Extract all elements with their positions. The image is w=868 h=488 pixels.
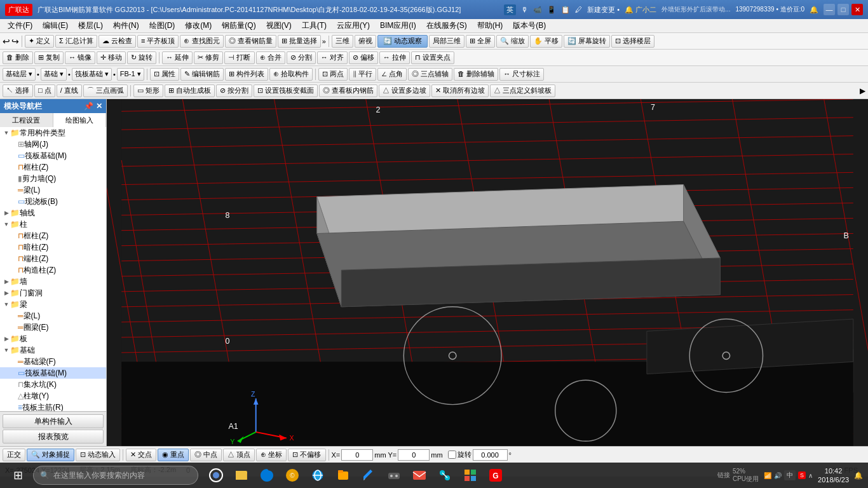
parallel-btn[interactable]: ∥ 平行 xyxy=(349,68,376,81)
tree-hidden-col[interactable]: ⊓ 暗柱(Z) xyxy=(0,241,106,253)
split-by-btn[interactable]: ⊘ 按分割 xyxy=(216,85,252,97)
two-point-btn[interactable]: ⊡ 两点 xyxy=(318,68,348,81)
taskbar-icon-files[interactable] xyxy=(333,465,353,485)
center-btn[interactable]: ◎ 中点 xyxy=(190,449,222,461)
taskbar-icon-mail[interactable] xyxy=(409,465,430,485)
menu-draw[interactable]: 绘图(D) xyxy=(144,19,180,32)
category-dropdown[interactable]: 基础 ▾ xyxy=(41,68,67,81)
extend-btn[interactable]: ↔ 延伸 xyxy=(162,51,193,64)
menu-bim[interactable]: BIM应用(I) xyxy=(375,19,421,32)
tree-slab-group[interactable]: ▶ 📁 板 xyxy=(0,333,106,344)
tree-end-col[interactable]: ⊓ 端柱(Z) xyxy=(0,253,106,264)
auto-gen-slab-btn[interactable]: ⊞ 自动生成板 xyxy=(165,85,215,97)
fullscreen-btn[interactable]: ⊞ 全屏 xyxy=(466,35,495,48)
pan-btn[interactable]: ✋ 平移 xyxy=(530,35,562,48)
menu-edit[interactable]: 编辑(E) xyxy=(37,19,73,32)
tree-frame-col[interactable]: ⊓ 框柱(Z) xyxy=(0,161,106,173)
taskbar-icon-pen[interactable] xyxy=(358,465,379,485)
nav-close-btn[interactable]: ✕ xyxy=(96,102,102,111)
menu-component[interactable]: 构件(N) xyxy=(108,19,144,32)
menu-tools[interactable]: 工具(T) xyxy=(297,19,332,32)
taskbar-icon-app1[interactable]: © xyxy=(282,465,302,485)
set-section-btn[interactable]: ⊡ 设置筏板变截面 xyxy=(254,85,318,97)
minimize-btn[interactable]: — xyxy=(824,4,835,15)
point-tool-btn[interactable]: □ 点 xyxy=(34,85,55,97)
calc-btn[interactable]: Σ 汇总计算 xyxy=(55,35,97,48)
maximize-btn[interactable]: □ xyxy=(837,4,849,15)
zoom-btn[interactable]: 🔍 缩放 xyxy=(496,35,529,48)
tree-foundation-group[interactable]: ▼ 📁 基础 xyxy=(0,344,106,356)
coord-btn[interactable]: ⊕ 坐标 xyxy=(256,449,287,461)
tree-common-types[interactable]: ▼ 📁 常用构件类型 xyxy=(0,127,106,139)
arc-tool-btn[interactable]: ⌒ 三点画弧 xyxy=(83,85,128,97)
notification-btn[interactable]: 🔔 xyxy=(854,471,863,480)
move-btn[interactable]: ✛ 移动 xyxy=(97,51,126,64)
define-slope-btn[interactable]: △ 三点定义斜坡板 xyxy=(490,85,555,97)
taskbar-icon-edge[interactable] xyxy=(257,465,277,485)
tree-col-base[interactable]: △ 柱墩(Y) xyxy=(0,390,106,402)
mirror-btn[interactable]: ↔ 镜像 xyxy=(65,51,95,64)
expand-icon[interactable]: ▼ xyxy=(3,130,10,136)
start-btn[interactable]: ⊞ xyxy=(5,464,31,487)
system-clock[interactable]: 10:42 2018/6/23 xyxy=(818,466,849,485)
menu-rebar[interactable]: 钢筋量(Q) xyxy=(217,19,261,32)
taskbar-icon-game[interactable] xyxy=(384,465,404,485)
tree-raft-common[interactable]: ▭ 筏板基础(M) xyxy=(0,150,106,161)
screen-rotate-btn[interactable]: 🔄 屏幕旋转 xyxy=(564,35,610,48)
intersection-btn[interactable]: ✕ 交点 xyxy=(126,449,156,461)
delete-btn[interactable]: 🗑 删除 xyxy=(3,51,33,64)
rect-btn[interactable]: ▭ 矩形 xyxy=(133,85,163,97)
menu-online[interactable]: 在线服务(S) xyxy=(421,19,472,32)
tree-column-group[interactable]: ▼ 📁 柱 xyxy=(0,219,106,230)
tree-cast-slab[interactable]: ▭ 现浇板(B) xyxy=(0,196,106,207)
tree-beam-common[interactable]: ═ 梁(L) xyxy=(0,184,106,196)
tree-found-beam[interactable]: ═ 基础梁(F) xyxy=(0,356,106,367)
offset-btn[interactable]: ⊘ 偏移 xyxy=(349,51,378,64)
stretch-btn[interactable]: ↔ 拉伸 xyxy=(379,51,410,64)
redo-btn[interactable]: ↪ xyxy=(11,36,19,46)
nav-pin-btn[interactable]: 📌 xyxy=(84,102,93,111)
edit-rebar-btn[interactable]: ✎ 编辑钢筋 xyxy=(180,68,224,81)
rotate-tool-btn[interactable]: ↻ 旋转 xyxy=(127,51,156,64)
split-btn[interactable]: ⊘ 分割 xyxy=(287,51,316,64)
new-change-btn[interactable]: 新建变更 • xyxy=(587,5,620,15)
type-dropdown[interactable]: 筏板基础 ▾ xyxy=(72,68,112,81)
menu-view[interactable]: 视图(V) xyxy=(261,19,297,32)
align-top-btn[interactable]: ≡ 平齐板顶 xyxy=(137,35,179,48)
copy-btn[interactable]: ⊞ 复制 xyxy=(34,51,64,64)
tab-project-settings[interactable]: 工程设置 xyxy=(0,113,53,127)
top-view-btn[interactable]: 俯视 xyxy=(355,35,376,48)
point-angle-btn[interactable]: ∠ 点角 xyxy=(377,68,407,81)
taskbar-icon-ie[interactable] xyxy=(308,465,328,485)
find-elem-btn[interactable]: ⊕ 查找图元 xyxy=(180,35,223,48)
canvas-area[interactable]: 1100 2 7 8 0 A1 B X xyxy=(107,99,868,446)
tree-frame-col2[interactable]: ⊓ 框柱(Z) xyxy=(0,230,106,241)
menu-floor[interactable]: 楼层(L) xyxy=(73,19,108,32)
menu-file[interactable]: 文件(F) xyxy=(3,19,37,32)
close-btn[interactable]: ✕ xyxy=(851,4,863,15)
local-3d-btn[interactable]: 局部三维 xyxy=(429,35,465,48)
taskbar-icon-explorer[interactable] xyxy=(231,465,252,485)
property-btn[interactable]: ⊡ 属性 xyxy=(150,68,179,81)
tree-ring-beam[interactable]: ═ 圈梁(E) xyxy=(0,322,106,333)
set-clamp-btn[interactable]: ⊓ 设置夹点 xyxy=(411,51,454,64)
taskbar-search[interactable]: 🔍 在这里输入你要搜索的内容 xyxy=(33,466,198,485)
dynamic-observe-btn[interactable]: 🔄 动态观察 xyxy=(377,35,428,48)
report-preview-btn[interactable]: 报表预览 xyxy=(3,430,104,444)
tree-axisline[interactable]: ▶ 📁 轴线 xyxy=(0,207,106,219)
define-btn[interactable]: ✦ 定义 xyxy=(25,35,54,48)
taskbar-icon-connect[interactable] xyxy=(435,465,455,485)
select-floor-btn[interactable]: ⊡ 选择楼层 xyxy=(611,35,654,48)
window-controls[interactable]: — □ ✕ xyxy=(824,4,863,15)
tree-wall-group[interactable]: ▶ 📁 墙 xyxy=(0,276,106,287)
pick-component-btn[interactable]: ⊕ 拾取构件 xyxy=(269,68,313,81)
three-point-axis-btn[interactable]: ◎ 三点辅轴 xyxy=(408,68,452,81)
rotate-input[interactable] xyxy=(473,449,508,461)
component-dropdown[interactable]: FB-1 ▾ xyxy=(117,68,144,81)
x-input[interactable] xyxy=(341,449,373,461)
tree-raft-found[interactable]: ▭ 筏板基础(M) xyxy=(0,367,106,379)
menu-help[interactable]: 帮助(H) xyxy=(472,19,508,32)
tree-raft-main-rebar[interactable]: ≡ 筏板主筋(R) xyxy=(0,402,106,411)
align-btn[interactable]: ↔ 对齐 xyxy=(317,51,348,64)
tree-shear-wall[interactable]: ▮ 剪力墙(Q) xyxy=(0,173,106,184)
